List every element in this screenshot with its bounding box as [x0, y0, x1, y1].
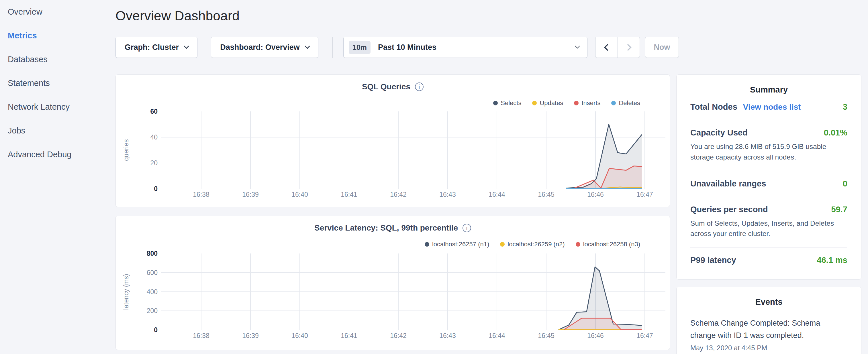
summary-label: Total Nodes [690, 102, 737, 112]
summary-label: Unavailable ranges [690, 179, 766, 189]
svg-text:20: 20 [150, 159, 158, 167]
summary-row-capacity-used: Capacity Used 0.01% You are using 28.6 M… [690, 120, 847, 171]
sidebar-item-jobs[interactable]: Jobs [0, 119, 115, 142]
sidebar-item-overview[interactable]: Overview [0, 0, 115, 24]
svg-text:200: 200 [147, 307, 158, 315]
sidebar-item-databases[interactable]: Databases [0, 47, 115, 71]
legend-item: Selects [493, 99, 521, 107]
chevron-right-icon [624, 44, 631, 51]
page-title: Overview Dashboard [116, 8, 240, 24]
svg-text:600: 600 [147, 269, 158, 277]
chart-title: SQL Queries [362, 82, 410, 91]
event-timestamp: May 13, 2020 at 4:45 PM [690, 344, 847, 352]
svg-text:16:45: 16:45 [538, 191, 555, 198]
svg-text:40: 40 [150, 133, 158, 141]
chevron-down-icon [575, 44, 580, 49]
legend-dot-icon [611, 101, 616, 105]
svg-text:16:39: 16:39 [242, 332, 259, 340]
chart-legend: SelectsUpdatesInsertsDeletes [493, 99, 640, 107]
legend-dot-icon [532, 101, 537, 105]
svg-text:16:46: 16:46 [587, 332, 604, 340]
svg-text:16:47: 16:47 [637, 332, 653, 340]
time-forward-button[interactable] [618, 37, 640, 58]
svg-text:16:41: 16:41 [341, 191, 358, 198]
chart-title: Service Latency: SQL, 99th percentile [314, 223, 458, 232]
time-back-button[interactable] [595, 37, 618, 58]
svg-text:0: 0 [154, 185, 158, 192]
sidebar-item-statements[interactable]: Statements [0, 71, 115, 95]
svg-text:16:46: 16:46 [587, 191, 604, 198]
sidebar-item-metrics[interactable]: Metrics [0, 24, 115, 47]
legend-dot-icon [574, 101, 579, 105]
chevron-down-icon [184, 43, 189, 49]
svg-text:16:44: 16:44 [489, 191, 505, 198]
service-latency-panel: Service Latency: SQL, 99th percentilei l… [116, 216, 670, 350]
summary-note: You are using 28.6 MiB of 515.9 GiB usab… [690, 141, 847, 163]
svg-text:60: 60 [150, 108, 158, 115]
svg-text:16:39: 16:39 [242, 191, 259, 198]
summary-row-total-nodes: Total Nodes View nodes list 3 [690, 95, 847, 120]
svg-text:16:44: 16:44 [489, 332, 505, 340]
legend-label: Selects [501, 99, 521, 107]
sidebar-item-network-latency[interactable]: Network Latency [0, 95, 115, 119]
events-title: Events [690, 287, 847, 307]
summary-panel: Summary Total Nodes View nodes list 3 Ca… [676, 74, 861, 280]
sidebar-item-advanced-debug[interactable]: Advanced Debug [0, 142, 115, 166]
legend-label: Updates [539, 99, 563, 107]
svg-text:16:43: 16:43 [439, 332, 456, 340]
graph-dropdown-label: Graph: Cluster [125, 43, 179, 52]
summary-value: 0 [843, 179, 847, 189]
summary-value: 3 [843, 102, 847, 112]
legend-item: Updates [532, 99, 563, 107]
svg-text:16:38: 16:38 [193, 332, 210, 340]
svg-text:queries: queries [122, 139, 130, 161]
svg-text:16:45: 16:45 [538, 332, 555, 340]
summary-label: Queries per second [690, 205, 768, 214]
summary-row-unavailable-ranges: Unavailable ranges 0 [690, 171, 847, 197]
chevron-left-icon [604, 44, 611, 51]
legend-label: Deletes [619, 99, 640, 107]
time-range-badge: 10m [349, 41, 371, 54]
svg-text:16:40: 16:40 [291, 332, 308, 340]
svg-text:800: 800 [147, 250, 158, 257]
view-nodes-list-link[interactable]: View nodes list [743, 102, 801, 112]
summary-note: Sum of Selects, Updates, Inserts, and De… [690, 218, 847, 239]
time-step-buttons [595, 37, 640, 58]
time-range-dropdown[interactable]: 10m Past 10 Minutes [343, 37, 587, 58]
svg-text:16:41: 16:41 [341, 332, 358, 340]
summary-row-p99-latency: P99 latency 46.1 ms [690, 248, 847, 273]
svg-text:16:40: 16:40 [291, 191, 308, 198]
now-button[interactable]: Now [645, 37, 679, 58]
summary-value: 46.1 ms [817, 255, 847, 265]
dashboard-dropdown-label: Dashboard: Overview [220, 43, 300, 52]
summary-value: 59.7 [831, 205, 847, 214]
sql-queries-chart[interactable]: 16:3816:3916:4016:4116:4216:4316:4416:45… [116, 106, 670, 201]
chevron-down-icon [305, 43, 310, 49]
summary-label: P99 latency [690, 255, 736, 265]
service-latency-chart[interactable]: 16:3816:3916:4016:4116:4216:4316:4416:45… [116, 246, 670, 344]
events-panel: Events Schema Change Completed: Schema c… [676, 287, 861, 354]
summary-row-queries-per-second: Queries per second 59.7 Sum of Selects, … [690, 197, 847, 248]
sidebar: Overview Metrics Databases Statements Ne… [0, 0, 115, 354]
dashboard-dropdown[interactable]: Dashboard: Overview [211, 37, 318, 58]
legend-item: Deletes [611, 99, 640, 107]
legend-item: Inserts [574, 99, 600, 107]
svg-text:16:38: 16:38 [193, 191, 210, 198]
event-text: Schema Change Completed: Schema change w… [690, 317, 847, 342]
svg-text:400: 400 [147, 288, 158, 296]
svg-text:16:42: 16:42 [390, 191, 407, 198]
svg-text:0: 0 [154, 326, 158, 334]
info-icon[interactable]: i [415, 83, 424, 91]
summary-title: Summary [690, 75, 847, 95]
legend-dot-icon [493, 101, 498, 105]
summary-value: 0.01% [824, 128, 847, 137]
svg-text:16:43: 16:43 [439, 191, 456, 198]
graph-dropdown[interactable]: Graph: Cluster [116, 37, 197, 58]
legend-label: Inserts [582, 99, 600, 107]
svg-text:16:47: 16:47 [637, 191, 653, 198]
event-list-item[interactable]: Schema Change Completed: Schema change w… [690, 317, 847, 352]
summary-label: Capacity Used [690, 128, 748, 137]
info-icon[interactable]: i [463, 224, 471, 232]
svg-text:latency (ms): latency (ms) [122, 274, 130, 310]
time-range-label: Past 10 Minutes [378, 43, 436, 52]
